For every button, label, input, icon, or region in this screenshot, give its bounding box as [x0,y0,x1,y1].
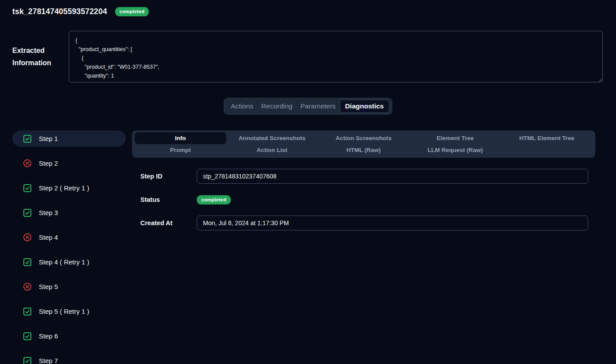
check-square-icon [23,184,32,193]
check-square-icon [23,357,32,364]
x-circle-icon [23,282,32,291]
task-id-title: tsk_278147405593572204 [12,7,107,16]
subtab-annotated-screenshots[interactable]: Annotated Screenshots [226,132,318,144]
extracted-information-textarea[interactable]: { "product_quantities": [ { "product_id"… [69,31,603,82]
created-at-row: Created At [140,215,595,230]
subtab-prompt[interactable]: Prompt [135,144,226,156]
step-id-row: Step ID [140,169,595,184]
tab-diagnostics[interactable]: Diagnostics [340,100,389,113]
subtab-element-tree[interactable]: Element Tree [409,132,501,144]
tab-actions[interactable]: Actions [227,100,257,113]
tab-recording[interactable]: Recording [257,100,297,113]
tab-parameters[interactable]: Parameters [297,100,340,113]
step-details: Step ID Status completed Created At [132,169,595,230]
step-item-step-4[interactable]: Step 4 [12,229,126,245]
check-square-icon [23,208,32,217]
step-item-step-2-retry-1[interactable]: Step 2 ( Retry 1 ) [12,180,126,196]
status-label: Status [140,196,197,203]
step-id-input[interactable] [197,169,588,184]
status-row: Status completed [140,192,595,207]
content-area: Step 1 Step 2 Step 2 ( Retry 1 ) Step 3 … [0,130,616,364]
step-item-step-7[interactable]: Step 7 [12,353,126,364]
subtab-html-raw[interactable]: HTML (Raw) [318,144,409,156]
subtab-html-element-tree[interactable]: HTML Element Tree [501,132,593,144]
step-item-step-4-retry-1[interactable]: Step 4 ( Retry 1 ) [12,254,126,270]
diagnostic-subtabs: InfoAnnotated ScreenshotsAction Screensh… [132,130,595,158]
subtab-info[interactable]: Info [135,132,226,144]
created-at-input[interactable] [197,215,588,230]
step-item-step-1[interactable]: Step 1 [12,130,126,147]
x-circle-icon [23,233,32,242]
steps-sidebar: Step 1 Step 2 Step 2 ( Retry 1 ) Step 3 … [12,130,126,364]
step-item-step-5[interactable]: Step 5 [12,279,126,295]
extracted-information-section: Extracted Information { "product_quantit… [12,31,603,82]
task-detail-page: { "colors": { "badge_green": "#25a55b", … [0,0,616,364]
x-circle-icon [23,159,32,168]
main-tabs-row: ActionsRecordingParametersDiagnostics [0,98,616,115]
diagnostics-panel: InfoAnnotated ScreenshotsAction Screensh… [132,130,595,364]
step-item-step-2[interactable]: Step 2 [12,155,126,171]
check-square-icon [23,134,32,143]
step-id-label: Step ID [140,173,197,180]
page-header: tsk_278147405593572204 completed [0,0,616,17]
task-status-badge: completed [115,7,149,16]
main-tabs: ActionsRecordingParametersDiagnostics [224,98,392,115]
subtab-action-list[interactable]: Action List [226,144,318,156]
extracted-information-label: Extracted Information [12,45,56,69]
created-at-label: Created At [140,219,197,227]
subtab-llm-request-raw[interactable]: LLM Request (Raw) [409,144,501,156]
subtab-action-screenshots[interactable]: Action Screenshots [318,132,409,144]
check-square-icon [23,258,32,267]
step-item-step-3[interactable]: Step 3 [12,204,126,221]
step-status-badge: completed [197,195,231,204]
check-square-icon [23,332,32,341]
step-item-step-5-retry-1[interactable]: Step 5 ( Retry 1 ) [12,303,126,319]
step-item-step-6[interactable]: Step 6 [12,328,126,344]
check-square-icon [23,307,32,316]
